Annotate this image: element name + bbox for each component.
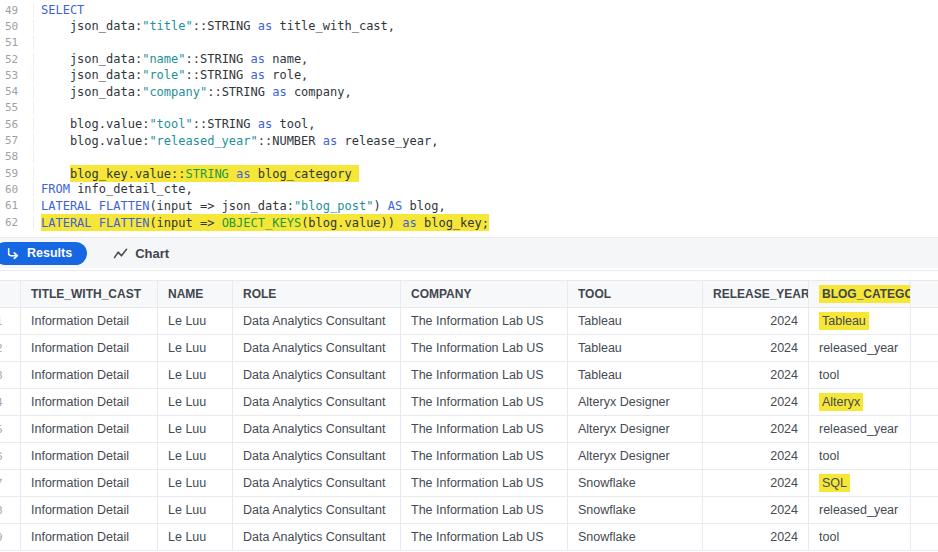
code-line: 49SELECT — [0, 2, 938, 18]
row-number[interactable]: 4 — [0, 389, 21, 416]
table-cell[interactable]: The Information Lab US — [401, 443, 568, 470]
table-cell[interactable]: Information Detail — [21, 362, 158, 389]
table-cell[interactable]: The Information Lab US — [401, 497, 568, 524]
table-cell[interactable]: Le Luu — [158, 497, 233, 524]
table-row[interactable]: 5Information DetailLe LuuData Analytics … — [0, 416, 938, 443]
table-cell[interactable]: Tableau — [568, 308, 703, 335]
table-cell[interactable]: Le Luu — [158, 308, 233, 335]
table-cell[interactable]: Snowflake — [568, 470, 703, 497]
table-cell[interactable]: Le Luu — [158, 470, 233, 497]
sql-editor[interactable]: 49SELECT50 json_data:"title"::STRING as … — [0, 0, 938, 237]
table-cell[interactable]: Data Analytics Consultant — [233, 524, 401, 551]
table-cell[interactable]: Data Analytics Consultant — [233, 335, 401, 362]
table-cell[interactable]: The Information Lab US — [401, 470, 568, 497]
row-number[interactable]: 6 — [0, 443, 21, 470]
column-header-blog_category[interactable]: BLOG_CATEGORY — [809, 281, 911, 308]
column-header-title_with_cast[interactable]: TITLE_WITH_CAST — [21, 281, 158, 308]
code-line: 56 blog.value:"tool"::STRING as tool, — [0, 116, 938, 132]
table-cell[interactable]: Data Analytics Consultant — [233, 308, 401, 335]
line-number: 61 — [0, 199, 34, 212]
table-row[interactable]: 9Information DetailLe LuuData Analytics … — [0, 524, 938, 551]
table-cell-category[interactable]: SQL — [809, 470, 911, 497]
table-cell[interactable]: Snowflake — [568, 524, 703, 551]
column-header-name[interactable]: NAME — [158, 281, 233, 308]
row-number[interactable]: 3 — [0, 362, 21, 389]
table-row[interactable]: 2Information DetailLe LuuData Analytics … — [0, 335, 938, 362]
table-cell[interactable]: The Information Lab US — [401, 389, 568, 416]
code-text: SELECT — [34, 3, 84, 17]
column-header-filler — [911, 281, 938, 308]
table-cell[interactable]: Information Detail — [21, 524, 158, 551]
table-cell[interactable]: Information Detail — [21, 443, 158, 470]
column-header-role[interactable]: ROLE — [233, 281, 401, 308]
table-cell[interactable]: Data Analytics Consultant — [233, 416, 401, 443]
row-number[interactable]: 8 — [0, 497, 21, 524]
table-cell[interactable]: Le Luu — [158, 443, 233, 470]
row-number[interactable]: 7 — [0, 470, 21, 497]
table-cell[interactable]: Information Detail — [21, 335, 158, 362]
table-cell[interactable]: The Information Lab US — [401, 416, 568, 443]
table-cell-category[interactable]: Alteryx — [809, 389, 911, 416]
table-cell[interactable]: The Information Lab US — [401, 335, 568, 362]
table-cell[interactable]: Information Detail — [21, 389, 158, 416]
table-cell[interactable]: The Information Lab US — [401, 524, 568, 551]
column-header-tool[interactable]: TOOL — [568, 281, 703, 308]
table-cell[interactable]: Le Luu — [158, 335, 233, 362]
table-cell-year[interactable]: 2024 — [703, 470, 809, 497]
table-cell-category[interactable]: tool — [809, 443, 911, 470]
sql-worksheet: 49SELECT50 json_data:"title"::STRING as … — [0, 0, 938, 552]
table-cell[interactable]: Information Detail — [21, 416, 158, 443]
row-number[interactable]: 2 — [0, 335, 21, 362]
table-cell[interactable]: The Information Lab US — [401, 362, 568, 389]
results-tab[interactable]: Results — [0, 242, 87, 265]
table-cell[interactable]: Le Luu — [158, 362, 233, 389]
table-cell[interactable]: Alteryx Designer — [568, 416, 703, 443]
table-row[interactable]: 8Information DetailLe LuuData Analytics … — [0, 497, 938, 524]
table-row[interactable]: 4Information DetailLe LuuData Analytics … — [0, 389, 938, 416]
table-cell-category[interactable]: released_year — [809, 416, 911, 443]
row-number[interactable]: 5 — [0, 416, 21, 443]
row-number[interactable]: 9 — [0, 524, 21, 551]
code-text: LATERAL FLATTEN(input => json_data:"blog… — [34, 199, 446, 213]
table-cell[interactable]: Le Luu — [158, 524, 233, 551]
table-cell[interactable]: Information Detail — [21, 497, 158, 524]
table-row[interactable]: 3Information DetailLe LuuData Analytics … — [0, 362, 938, 389]
table-cell-category[interactable]: tool — [809, 524, 911, 551]
table-cell-year[interactable]: 2024 — [703, 443, 809, 470]
table-cell-year[interactable]: 2024 — [703, 335, 809, 362]
table-cell[interactable]: Data Analytics Consultant — [233, 470, 401, 497]
table-cell[interactable]: Snowflake — [568, 497, 703, 524]
column-header-release_year[interactable]: RELEASE_YEAR — [703, 281, 809, 308]
table-cell-category[interactable]: tool — [809, 362, 911, 389]
table-cell[interactable]: Le Luu — [158, 416, 233, 443]
table-cell-year[interactable]: 2024 — [703, 524, 809, 551]
table-cell-year[interactable]: 2024 — [703, 362, 809, 389]
table-cell[interactable]: Tableau — [568, 335, 703, 362]
table-cell[interactable]: Data Analytics Consultant — [233, 443, 401, 470]
table-cell[interactable]: Information Detail — [21, 470, 158, 497]
table-cell[interactable]: Alteryx Designer — [568, 389, 703, 416]
table-cell-year[interactable]: 2024 — [703, 497, 809, 524]
row-number[interactable]: 1 — [0, 308, 21, 335]
table-cell-category[interactable]: released_year — [809, 497, 911, 524]
table-cell[interactable]: Data Analytics Consultant — [233, 497, 401, 524]
table-cell[interactable]: The Information Lab US — [401, 308, 568, 335]
table-cell[interactable]: Data Analytics Consultant — [233, 362, 401, 389]
column-header-company[interactable]: COMPANY — [401, 281, 568, 308]
table-cell[interactable]: Le Luu — [158, 389, 233, 416]
table-cell-category[interactable]: released_year — [809, 335, 911, 362]
table-cell-year[interactable]: 2024 — [703, 416, 809, 443]
code-text: LATERAL FLATTEN(input => OBJECT_KEYS(blo… — [34, 215, 489, 229]
table-cell-category[interactable]: Tableau — [809, 308, 911, 335]
table-cell[interactable]: Information Detail — [21, 308, 158, 335]
chart-tab[interactable]: Chart — [113, 246, 169, 261]
table-cell-year[interactable]: 2024 — [703, 389, 809, 416]
table-row[interactable]: 7Information DetailLe LuuData Analytics … — [0, 470, 938, 497]
table-cell[interactable]: Alteryx Designer — [568, 443, 703, 470]
table-row[interactable]: 1Information DetailLe LuuData Analytics … — [0, 308, 938, 335]
table-cell[interactable]: Data Analytics Consultant — [233, 389, 401, 416]
table-cell-year[interactable]: 2024 — [703, 308, 809, 335]
return-arrow-icon — [6, 247, 20, 260]
table-cell[interactable]: Tableau — [568, 362, 703, 389]
table-row[interactable]: 6Information DetailLe LuuData Analytics … — [0, 443, 938, 470]
